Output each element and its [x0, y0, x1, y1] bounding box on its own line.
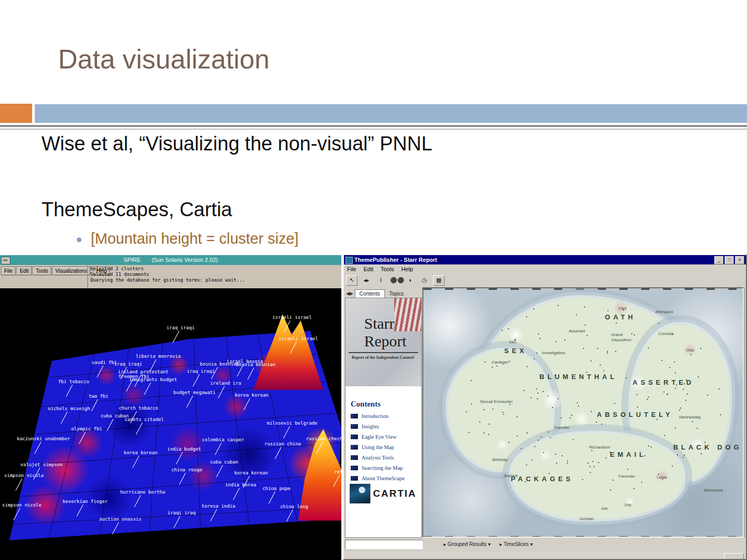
contents-link[interactable]: Eagle Eye View — [351, 434, 405, 440]
cluster-label: russian china — [265, 441, 301, 446]
contents-link-label: Using the Map — [362, 444, 394, 450]
contents-link[interactable]: Analysis Tools — [351, 455, 405, 460]
tab-scroll-arrows-icon[interactable]: ◀▶ — [346, 291, 353, 296]
label-leader-line — [61, 412, 67, 424]
tab-contents[interactable]: Contents — [355, 289, 385, 298]
label-leader-line — [316, 442, 323, 454]
link-bullet-icon — [351, 424, 358, 429]
accent-bar-orange — [0, 104, 32, 123]
spire-menu-visualizations[interactable]: Visualizations — [52, 267, 90, 275]
label-leader-line — [216, 465, 223, 477]
link-bullet-icon — [351, 414, 358, 418]
map-theme-label: ASSERTED — [633, 379, 695, 386]
tab-topics[interactable]: Topics — [385, 290, 408, 298]
starr-logo-line2: Report — [364, 332, 407, 350]
cluster-label: bosnia bosnian — [200, 361, 239, 367]
minimize-button[interactable]: _ — [714, 256, 724, 264]
spire-titlebar[interactable]: SPIRE (Sun Solaris Version 2.02) — [0, 255, 341, 265]
grouped-results-toggle[interactable]: ▸ Grouped Results ▾ — [444, 541, 491, 547]
label-leader-line — [134, 495, 141, 507]
label-leader-line — [77, 505, 84, 516]
label-leader-line — [269, 492, 275, 503]
cluster-label: colombia casper — [202, 437, 244, 442]
binoculars-search-icon[interactable]: ⚫⚫ — [390, 275, 401, 286]
subtitle-text: ThemeScapes, Cartia — [42, 199, 232, 221]
close-button[interactable]: × — [735, 256, 744, 264]
contents-link[interactable]: Insights — [351, 424, 405, 429]
label-leader-line — [290, 342, 297, 354]
app-icon — [345, 257, 353, 264]
timeslices-toggle[interactable]: ▸ TimeSlices ▾ — [500, 541, 533, 547]
cluster-label: iraqi iraq — [168, 510, 196, 515]
citation-text: Wise et al, “Visualizing the non-visual”… — [42, 133, 432, 155]
contents-link-list: IntroductionInsightsEagle Eye ViewUsing … — [351, 413, 405, 486]
search-input[interactable] — [345, 540, 423, 549]
label-leader-line — [333, 475, 340, 487]
label-leader-line — [66, 385, 73, 397]
spire-menu-tools[interactable]: Tools — [33, 267, 51, 275]
flag-image — [394, 298, 421, 331]
link-bullet-icon — [351, 435, 358, 439]
cluster-label: bosnia bosnian — [236, 362, 275, 367]
label-leader-line — [35, 442, 42, 454]
label-leader-line — [247, 368, 254, 380]
contents-link[interactable]: About ThemeScape — [351, 475, 405, 481]
contents-link-label: Eagle Eye View — [362, 434, 396, 440]
contents-link-label: About ThemeScape — [362, 475, 405, 481]
themescape-map[interactable]: LiedAfterwardAssertedConcealGrandDeposit… — [422, 287, 744, 538]
cluster-label: teresa india — [201, 503, 235, 509]
cluster-label: simpson nicole — [2, 502, 42, 508]
spire-menu-edit[interactable]: Edit — [17, 267, 32, 275]
maximize-button[interactable]: □ — [725, 256, 734, 264]
status-line: Querying the database for gisting terms:… — [90, 277, 339, 283]
label-leader-line — [136, 423, 143, 435]
map-major-labels: OATHSEXBLUMENTHALASSERTEDABSOLUTELYEMAIL… — [423, 288, 744, 538]
themepub-menu-edit[interactable]: Edit — [364, 265, 374, 274]
clock-icon[interactable]: ◷ — [419, 275, 430, 286]
contents-link-label: Insights — [362, 424, 379, 429]
cluster-label: russian chech — [306, 436, 341, 441]
accent-bar-blue — [35, 104, 747, 123]
label-leader-line — [79, 432, 86, 444]
label-leader-line — [286, 510, 293, 522]
cluster-label: india korea — [225, 482, 256, 487]
cluster-label: immigrants budget — [129, 377, 177, 382]
label-leader-line — [283, 426, 290, 438]
themepub-toolbar: ↖ ◂▸ I ⚫⚫ ◑ ◷ ▦ — [345, 274, 445, 287]
map-theme-label: PACKAGES — [511, 475, 574, 483]
grid-view-icon[interactable]: ▦ — [433, 275, 445, 286]
spire-app-version: (Sun Solaris Version 2.02) — [151, 257, 218, 263]
contents-heading: Contents — [351, 400, 381, 409]
resize-grip[interactable] — [724, 553, 744, 560]
map-theme-label: EMAIL — [610, 451, 646, 458]
cluster-label: valujet simpson — [20, 462, 62, 467]
contents-link[interactable]: Searching the Map — [351, 465, 405, 471]
window-buttons: _ □ × — [714, 256, 744, 264]
contents-link[interactable]: Using the Map — [351, 444, 405, 450]
starr-logo-line1: Starr — [364, 315, 394, 332]
ibeam-tool-icon[interactable]: I — [375, 275, 386, 286]
divider-line — [0, 125, 747, 127]
window-menu-icon[interactable] — [1, 257, 10, 264]
contrast-icon[interactable]: ◑ — [404, 275, 416, 286]
logo-underline — [349, 352, 418, 353]
label-leader-line — [107, 419, 114, 431]
contents-link-label: Analysis Tools — [362, 455, 394, 460]
themepub-footer: ▸ Grouped Results ▾ ▸ TimeSlices ▾ — [344, 538, 746, 552]
themepub-menu-file[interactable]: File — [347, 265, 356, 274]
themepub-menu-tools[interactable]: Tools — [381, 265, 394, 274]
cluster-label: china pope — [262, 486, 290, 491]
themescape-3d-view[interactable]: israeli israelisraeli israeliraq iraqisa… — [0, 288, 341, 560]
label-leader-line — [215, 443, 222, 455]
pointer-tool-icon[interactable]: ↖ — [346, 275, 357, 286]
map-scrollbar[interactable] — [744, 287, 747, 538]
cluster-label: korea korean — [234, 470, 268, 475]
themepub-titlebar[interactable]: ThemePublisher - Starr Report — [344, 255, 746, 264]
nav-arrows-icon[interactable]: ◂▸ — [361, 275, 372, 286]
label-leader-line — [16, 479, 22, 491]
themepub-menu-help[interactable]: Help — [401, 265, 413, 274]
label-leader-line — [174, 516, 181, 528]
contents-link[interactable]: Introduction — [351, 413, 405, 419]
spire-menu-file[interactable]: File — [1, 267, 16, 275]
bullet-item: [Mountain height = cluster size] — [77, 230, 299, 247]
